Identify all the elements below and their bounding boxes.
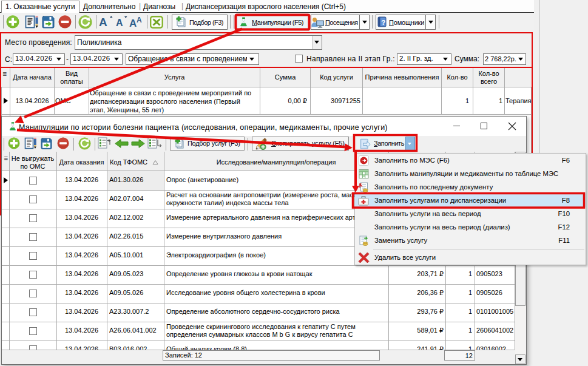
svg-text:A: A bbox=[137, 16, 142, 24]
svg-text:A: A bbox=[129, 18, 137, 29]
svg-text:?: ? bbox=[381, 19, 385, 26]
svg-text:A: A bbox=[116, 18, 123, 28]
svg-text:A: A bbox=[99, 16, 107, 29]
